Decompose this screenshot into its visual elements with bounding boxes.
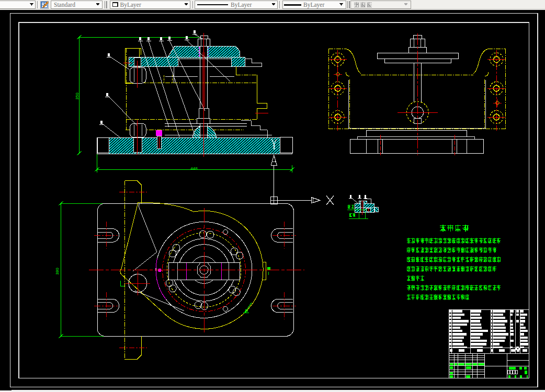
svg-text:448: 448 (190, 166, 198, 171)
svg-text:ByLayer: ByLayer (120, 2, 141, 8)
svg-text:380: 380 (55, 268, 60, 275)
svg-text:ByLayer: ByLayer (231, 2, 252, 8)
svg-text:Standard: Standard (54, 2, 75, 8)
svg-text:ByLayer: ByLayer (303, 2, 324, 8)
svg-text:350: 350 (75, 93, 80, 100)
